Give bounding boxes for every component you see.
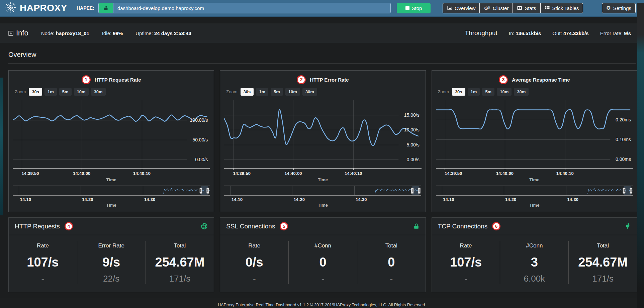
zoom-option-30s[interactable]: 30s bbox=[241, 88, 254, 96]
charts-row: 1 HTTP Request Rate Zoom 30s1m5m10m30m 1… bbox=[8, 70, 637, 212]
y-axis-label: 15.00/s bbox=[404, 112, 420, 118]
cogs-icon: ⚙⚙ bbox=[484, 5, 490, 11]
navigator-labels: 14:1014:2014:30 bbox=[13, 196, 210, 203]
zoom-option-10m[interactable]: 10m bbox=[497, 88, 512, 96]
zoom-option-1m[interactable]: 1m bbox=[468, 88, 480, 96]
tcp-connections-card: TCP Connections 6 Rate 107/s - #Conn 3 bbox=[432, 217, 637, 292]
y-axis-label: 0.10ms bbox=[616, 137, 631, 142]
zoom-option-30m[interactable]: 30m bbox=[514, 88, 529, 96]
y-axis-label: 0.00/s bbox=[195, 157, 208, 162]
x-axis-tick bbox=[142, 169, 142, 170]
card-title: SSL Connections bbox=[226, 223, 275, 230]
zoom-option-10m[interactable]: 10m bbox=[74, 88, 89, 96]
zoom-option-5m[interactable]: 5m bbox=[482, 88, 494, 96]
address-group bbox=[98, 3, 391, 13]
x-axis-label: 14:40:10 bbox=[556, 171, 574, 176]
y-axis-label: 10.00/s bbox=[404, 127, 420, 132]
stop-icon bbox=[405, 6, 409, 10]
footer-text: HAProxy Enterprise Real Time Dashboard v… bbox=[218, 303, 426, 307]
chart-navigator[interactable] bbox=[13, 186, 210, 196]
chart-navigator[interactable] bbox=[436, 186, 633, 196]
stat-cards-row: HTTP Requests 4 Rate 107/s - Error Rate … bbox=[8, 217, 637, 292]
chart-svg bbox=[436, 100, 633, 168]
navigator-label: 14:30 bbox=[356, 197, 367, 202]
zoom-buttons: 30s1m5m10m30m bbox=[29, 88, 105, 96]
stat-column-total: Total 254.67M 171/s bbox=[568, 241, 637, 284]
zoom-option-30s[interactable]: 30s bbox=[29, 88, 42, 96]
nav-stats-button[interactable]: Stats bbox=[513, 3, 540, 13]
stat-column-conn: #Conn 3 6.00k bbox=[500, 241, 568, 284]
navigator-label: 14:20 bbox=[505, 197, 516, 202]
y-axis-label: 100.00/s bbox=[190, 117, 208, 123]
table-icon bbox=[517, 5, 522, 11]
x-axis-tick bbox=[82, 169, 82, 170]
navigator-handle[interactable] bbox=[418, 188, 421, 194]
x-axis-tick bbox=[565, 169, 565, 170]
grid-icon bbox=[545, 5, 550, 11]
chart-navigator[interactable] bbox=[224, 186, 421, 196]
chart-plot-area[interactable]: 0.20ms0.10ms0.00ms bbox=[436, 100, 633, 169]
zoom-buttons: 30s1m5m10m30m bbox=[452, 88, 529, 96]
navigator-handle[interactable] bbox=[630, 188, 632, 194]
hapee-label: HAPEE: bbox=[77, 5, 94, 11]
x-axis-tick bbox=[505, 169, 505, 170]
step-badge-2: 2 bbox=[297, 75, 306, 84]
chart-plot-area[interactable]: 100.00/s50.00/s0.00/s bbox=[13, 100, 210, 169]
navigator-svg bbox=[13, 186, 210, 196]
navigator-label: 14:10 bbox=[20, 197, 31, 202]
vertical-scrollbar[interactable] bbox=[637, 3, 644, 308]
zoom-option-30s[interactable]: 30s bbox=[452, 88, 465, 96]
navigator-label: 14:20 bbox=[82, 197, 93, 202]
navigator-labels: 14:1014:2014:30 bbox=[224, 196, 421, 203]
idle-info: Idle:99% bbox=[102, 30, 123, 36]
navigator-handle[interactable] bbox=[411, 188, 413, 194]
card-title: HTTP Requests bbox=[15, 223, 60, 230]
x-axis-labels: 14:39:5014:40:0014:40:10 bbox=[224, 169, 421, 177]
address-input[interactable] bbox=[113, 3, 390, 13]
y-axis-label: 0.00/s bbox=[407, 157, 420, 162]
zoom-controls: Zoom 30s1m5m10m30m bbox=[226, 87, 421, 96]
y-axis-label: 50.00/s bbox=[192, 137, 208, 142]
zoom-option-30m[interactable]: 30m bbox=[91, 88, 106, 96]
nav-stick-tables-button[interactable]: Stick Tables bbox=[540, 3, 583, 13]
step-badge-4: 4 bbox=[65, 222, 73, 230]
navigator-axis-title: Time bbox=[13, 203, 210, 208]
chart-plot-area[interactable]: 15.00/s10.00/s5.00/s0.00/s bbox=[224, 100, 421, 169]
zoom-option-5m[interactable]: 5m bbox=[59, 88, 72, 96]
x-axis-label: 14:40:00 bbox=[496, 171, 514, 176]
plus-square-icon bbox=[8, 31, 13, 36]
x-axis-title: Time bbox=[13, 177, 210, 182]
background-texture-left bbox=[0, 78, 3, 215]
navigator-handle[interactable] bbox=[200, 188, 202, 194]
navigator-label: 14:20 bbox=[294, 197, 305, 202]
footer: HAProxy Enterprise Real Time Dashboard v… bbox=[0, 298, 644, 308]
settings-button[interactable]: ⚙ Settings bbox=[602, 3, 636, 13]
nav-overview-button[interactable]: Overview bbox=[443, 3, 480, 13]
area-chart-icon bbox=[447, 5, 452, 11]
navigator-label: 14:10 bbox=[232, 197, 243, 202]
navigator-handle[interactable] bbox=[623, 188, 625, 194]
navigator-axis-title: Time bbox=[224, 203, 421, 208]
zoom-option-5m[interactable]: 5m bbox=[271, 88, 283, 96]
y-axis-label: 0.20ms bbox=[616, 117, 631, 122]
zoom-option-30m[interactable]: 30m bbox=[302, 88, 317, 96]
x-axis-title: Time bbox=[224, 177, 421, 182]
chart-title: HTTP Error Rate bbox=[310, 77, 349, 83]
navigator-handle[interactable] bbox=[207, 188, 209, 194]
navigator-svg bbox=[436, 186, 633, 196]
step-badge-6: 6 bbox=[492, 222, 500, 230]
navigator-axis-title: Time bbox=[436, 203, 633, 208]
haproxy-dashboard: HAPROXY HAPEE: Stop Overview ⚙⚙ bbox=[0, 0, 644, 308]
nav-cluster-button[interactable]: ⚙⚙ Cluster bbox=[479, 3, 513, 13]
zoom-option-10m[interactable]: 10m bbox=[285, 88, 300, 96]
stop-button[interactable]: Stop bbox=[397, 3, 431, 13]
x-axis-label: 14:39:50 bbox=[445, 171, 462, 176]
zoom-option-1m[interactable]: 1m bbox=[256, 88, 268, 96]
chart-title: HTTP Request Rate bbox=[95, 77, 141, 83]
lock-button[interactable] bbox=[99, 3, 113, 13]
zoom-option-1m[interactable]: 1m bbox=[44, 88, 57, 96]
info-expander[interactable]: Info bbox=[8, 29, 28, 37]
uptime-info: Uptime:24 days 2:53:43 bbox=[135, 30, 191, 36]
x-axis-tick bbox=[353, 169, 354, 170]
section-divider bbox=[8, 63, 636, 64]
